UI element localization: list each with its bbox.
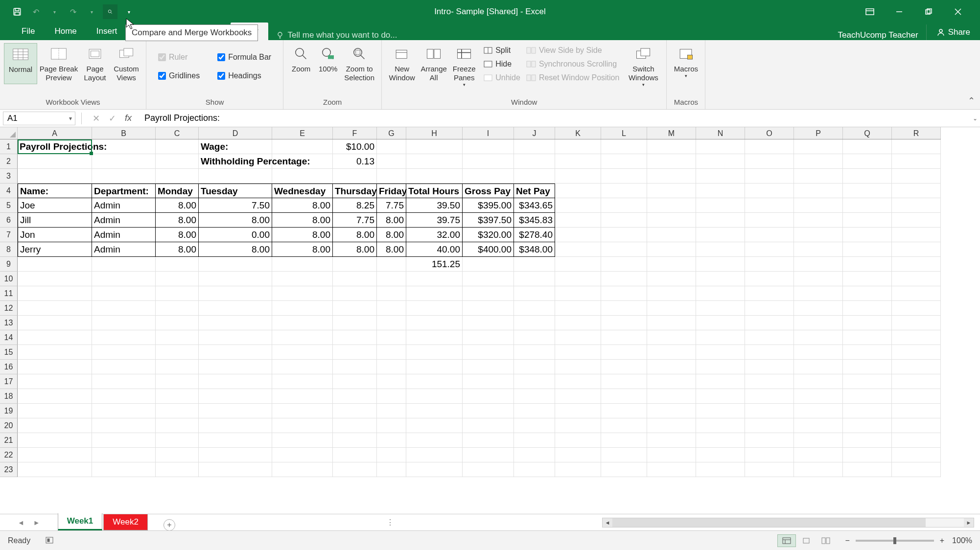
cell[interactable] (843, 213, 892, 228)
cell[interactable] (843, 154, 892, 169)
col-header[interactable]: I (463, 127, 514, 139)
cell[interactable] (892, 272, 941, 286)
tell-me-search[interactable]: Tell me what you want to do... (268, 30, 397, 40)
cell[interactable] (199, 316, 272, 330)
cell[interactable] (18, 330, 92, 345)
cell[interactable] (555, 286, 601, 301)
cell[interactable] (794, 316, 843, 330)
cell[interactable] (156, 360, 199, 374)
cell[interactable] (696, 345, 745, 360)
cell[interactable] (745, 154, 794, 169)
cell[interactable] (745, 169, 794, 183)
cell[interactable] (794, 169, 843, 183)
cell[interactable] (745, 316, 794, 330)
cell[interactable] (377, 404, 406, 418)
cell[interactable] (333, 360, 377, 374)
cell[interactable]: $395.00 (463, 198, 514, 213)
cell[interactable] (892, 242, 941, 257)
cell[interactable] (18, 418, 92, 433)
cell[interactable] (199, 169, 272, 183)
cell[interactable] (514, 139, 555, 154)
cell[interactable] (601, 345, 647, 360)
cell[interactable] (463, 462, 514, 477)
cell[interactable] (555, 242, 601, 257)
split-button[interactable]: Split (484, 45, 520, 56)
cell[interactable]: Admin (92, 213, 156, 228)
cell[interactable] (156, 154, 199, 169)
cell[interactable] (514, 360, 555, 374)
cell[interactable]: 7.50 (199, 198, 272, 213)
cell[interactable] (745, 330, 794, 345)
cell[interactable] (406, 169, 463, 183)
cell[interactable] (696, 389, 745, 404)
cell[interactable] (555, 418, 601, 433)
cell[interactable]: 8.00 (156, 228, 199, 242)
cell[interactable]: Total Hours (406, 183, 463, 198)
cell[interactable] (272, 462, 333, 477)
cell[interactable] (794, 228, 843, 242)
cell[interactable] (463, 360, 514, 374)
cell[interactable] (696, 183, 745, 198)
cell[interactable] (18, 404, 92, 418)
cell[interactable] (794, 462, 843, 477)
close-icon[interactable] (951, 6, 965, 18)
cell[interactable] (555, 316, 601, 330)
cell[interactable]: Department: (92, 183, 156, 198)
cell[interactable]: Jon (18, 228, 92, 242)
cells-area[interactable]: Payroll Projections:Wage:$10.00Withholdi… (18, 139, 941, 477)
cell[interactable] (647, 301, 696, 316)
cell[interactable] (601, 418, 647, 433)
cell[interactable] (892, 389, 941, 404)
cell[interactable] (514, 389, 555, 404)
cell[interactable] (647, 404, 696, 418)
cell[interactable] (514, 418, 555, 433)
cell[interactable] (647, 330, 696, 345)
cell[interactable] (156, 418, 199, 433)
cell[interactable] (696, 360, 745, 374)
cell[interactable] (696, 404, 745, 418)
redo-dropdown-icon[interactable]: ▾ (84, 4, 99, 19)
cell[interactable] (18, 462, 92, 477)
zoom-100-button[interactable]: 100% (316, 43, 340, 84)
cell[interactable] (463, 286, 514, 301)
macros-button[interactable]: Macros▾ (671, 43, 701, 81)
cell[interactable] (156, 345, 199, 360)
cell[interactable] (92, 301, 156, 316)
cell[interactable] (794, 360, 843, 374)
cell[interactable] (696, 213, 745, 228)
cell[interactable] (647, 213, 696, 228)
cell[interactable] (601, 433, 647, 448)
cell[interactable] (377, 330, 406, 345)
cell[interactable] (463, 154, 514, 169)
cell[interactable] (601, 330, 647, 345)
cell[interactable] (156, 257, 199, 272)
cell[interactable] (601, 374, 647, 389)
cell[interactable] (199, 360, 272, 374)
cell[interactable] (333, 448, 377, 462)
status-page-break-icon[interactable] (817, 534, 835, 547)
row-header[interactable]: 17 (0, 374, 18, 389)
cell[interactable] (745, 228, 794, 242)
horizontal-scrollbar[interactable]: ◄ ► (602, 518, 974, 527)
col-header[interactable]: P (794, 127, 843, 139)
cell[interactable] (514, 374, 555, 389)
cell[interactable] (156, 169, 199, 183)
cell[interactable] (555, 272, 601, 286)
cell[interactable]: 0.00 (199, 228, 272, 242)
macro-record-icon[interactable] (45, 535, 54, 546)
cell[interactable] (514, 330, 555, 345)
row-header[interactable]: 3 (0, 169, 18, 183)
cell[interactable] (555, 389, 601, 404)
cell[interactable] (463, 257, 514, 272)
qat-customize-icon[interactable]: ▾ (121, 4, 136, 19)
row-header[interactable]: 14 (0, 330, 18, 345)
cell[interactable] (745, 257, 794, 272)
cell[interactable] (333, 272, 377, 286)
cell[interactable] (601, 242, 647, 257)
cell[interactable] (272, 389, 333, 404)
cell[interactable]: $10.00 (333, 139, 377, 154)
cell[interactable]: Payroll Projections: (18, 139, 92, 154)
cell[interactable] (406, 360, 463, 374)
row-headers[interactable]: 1234567891011121314151617181920212223 (0, 139, 18, 477)
hscroll-left-icon[interactable]: ◄ (603, 518, 612, 527)
